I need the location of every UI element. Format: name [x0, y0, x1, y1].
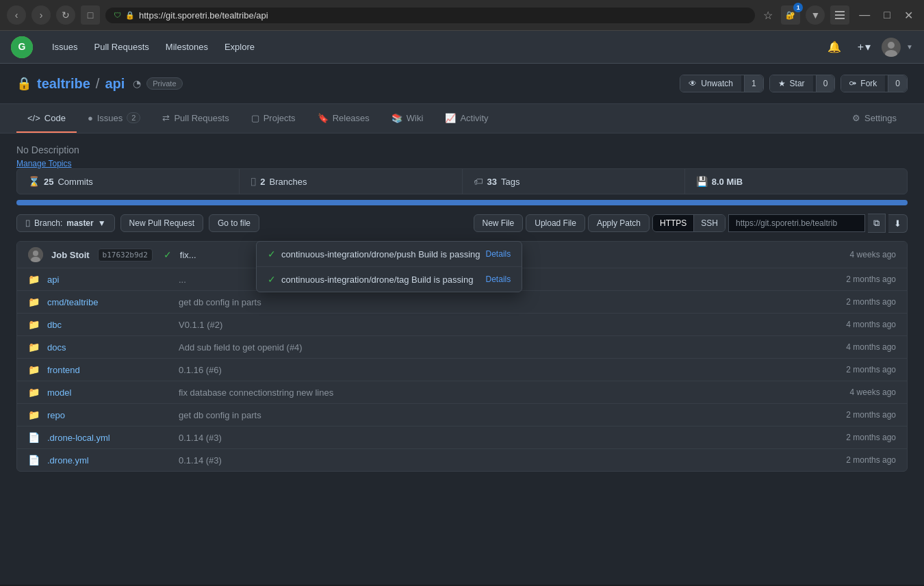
user-avatar[interactable]: [882, 38, 901, 57]
ci-dropdown: ✓ continuous-integration/drone/push Buil…: [256, 241, 522, 292]
maximize-button[interactable]: □: [880, 6, 895, 24]
file-commit-message: fix database connectionstring new lines: [179, 387, 842, 398]
commit-hash[interactable]: b17632b9d2: [98, 249, 153, 262]
apply-patch-button[interactable]: Apply Patch: [588, 214, 650, 232]
ci-status-icon[interactable]: ✓: [164, 249, 172, 260]
svg-text:G: G: [18, 41, 26, 52]
file-name-link[interactable]: docs: [47, 342, 170, 353]
rss-icon[interactable]: ◔: [133, 78, 141, 89]
ci-details-tag-link[interactable]: Details: [486, 275, 511, 284]
star-button[interactable]: ★ Star: [770, 75, 813, 92]
nav-pull-requests[interactable]: Pull Requests: [86, 31, 157, 64]
size-icon: 💾: [696, 176, 708, 187]
stat-commits[interactable]: ⌛ 25 Commits: [17, 169, 240, 194]
bookmark-button[interactable]: ☆: [760, 6, 775, 25]
address-input[interactable]: [139, 10, 747, 21]
activity-icon: 📈: [445, 113, 456, 123]
file-time: 2 months ago: [846, 365, 896, 374]
logo-image: G: [11, 36, 33, 58]
file-commit-message: Add sub field to get openid (#4): [179, 342, 838, 353]
repo-actions: 👁 Unwatch 1 ★ Star 0 ⚩ Fork 0: [680, 75, 908, 92]
file-name-link[interactable]: api: [47, 275, 170, 285]
repo-lock-icon: 🔒: [16, 76, 31, 91]
notifications-button[interactable]: 🔔: [822, 38, 847, 56]
tab-settings[interactable]: ⚙ Settings: [841, 105, 908, 133]
repo-name-link[interactable]: api: [105, 76, 125, 92]
new-pull-request-button[interactable]: New Pull Request: [120, 214, 203, 232]
extension-button[interactable]: 🔐 1: [781, 5, 800, 25]
browser-menu-button[interactable]: [830, 5, 849, 25]
svg-point-6: [33, 251, 38, 256]
file-name-link[interactable]: .drone.yml: [47, 455, 170, 466]
ci-details-push-link[interactable]: Details: [486, 249, 511, 259]
clone-copy-button[interactable]: ⧉: [868, 214, 886, 233]
file-row: 📁repoget db config in parts2 months ago: [17, 404, 907, 426]
committer-avatar: [28, 247, 43, 262]
clone-url-input[interactable]: [728, 214, 865, 232]
file-commit-message: get db config in parts: [179, 410, 838, 420]
file-name-link[interactable]: model: [47, 387, 170, 398]
folder-icon: 📁: [28, 319, 39, 330]
tab-wiki[interactable]: 📚 Wiki: [381, 105, 435, 133]
tab-releases[interactable]: 🔖 Releases: [307, 105, 381, 133]
new-tab-button[interactable]: □: [81, 5, 100, 25]
ci-check-push-icon: ✓: [268, 249, 276, 259]
tab-code[interactable]: </> Code: [16, 105, 77, 133]
ci-item-tag: ✓ continuous-integration/drone/tag Build…: [257, 267, 522, 292]
nav-issues[interactable]: Issues: [44, 31, 86, 64]
tab-code-label: Code: [44, 113, 66, 123]
url-type-group: HTTPS SSH: [652, 214, 726, 232]
reload-button[interactable]: ↻: [56, 5, 75, 25]
stat-branches[interactable]: ⌷ 2 Branches: [240, 169, 462, 194]
tab-issues[interactable]: ● Issues 2: [77, 104, 152, 133]
file-name-link[interactable]: repo: [47, 410, 170, 420]
fork-count: 0: [888, 75, 907, 92]
tab-activity[interactable]: 📈 Activity: [434, 105, 499, 133]
unwatch-button[interactable]: 👁 Unwatch: [680, 75, 741, 92]
extensions-button[interactable]: ▼: [806, 5, 825, 25]
logo[interactable]: G: [11, 36, 33, 58]
file-name-link[interactable]: cmd/tealtribe: [47, 297, 170, 307]
stat-size[interactable]: 💾 8.0 MiB: [685, 169, 907, 194]
manage-topics-link[interactable]: Manage Topics: [16, 159, 72, 168]
commit-time: 4 weeks ago: [850, 250, 896, 259]
fork-label: Fork: [860, 79, 877, 88]
stat-tags[interactable]: 🏷 33 Tags: [463, 169, 685, 194]
nav-explore[interactable]: Explore: [216, 31, 263, 64]
close-button[interactable]: ✕: [900, 6, 917, 25]
branch-select-button[interactable]: ⌷ Branch: master ▼: [16, 214, 115, 232]
commits-label: Commits: [57, 177, 92, 187]
nav-milestones[interactable]: Milestones: [157, 31, 216, 64]
new-file-button[interactable]: New File: [474, 214, 524, 232]
tab-pull-requests[interactable]: ⇄ Pull Requests: [151, 105, 240, 133]
https-button[interactable]: HTTPS: [653, 215, 694, 231]
upload-file-button[interactable]: Upload File: [526, 214, 585, 232]
file-icon: 📄: [28, 455, 39, 466]
language-bar-fill: [16, 200, 908, 205]
fork-button[interactable]: ⚩ Fork: [841, 75, 885, 92]
go-to-file-button[interactable]: Go to file: [209, 214, 259, 232]
svg-point-3: [888, 42, 895, 49]
committer-name[interactable]: Job Stoit: [51, 250, 90, 260]
ssh-button[interactable]: SSH: [694, 215, 725, 231]
file-name-link[interactable]: .drone-local.yml: [47, 433, 170, 443]
file-name-link[interactable]: frontend: [47, 365, 170, 375]
repo-owner-link[interactable]: tealtribe: [37, 76, 90, 92]
pr-icon: ⇄: [162, 113, 170, 123]
tab-projects[interactable]: ▢ Projects: [240, 105, 307, 133]
unwatch-count: 1: [744, 75, 763, 92]
branch-name: master: [66, 218, 93, 228]
back-button[interactable]: ‹: [7, 5, 26, 25]
add-button[interactable]: + ▾: [852, 38, 876, 56]
forward-button[interactable]: ›: [31, 5, 51, 25]
star-group: ★ Star 0: [769, 75, 836, 92]
commits-icon: ⌛: [28, 176, 40, 187]
code-icon: </>: [27, 113, 40, 123]
tab-wiki-label: Wiki: [407, 113, 424, 123]
top-nav: G Issues Pull Requests Milestones Explor…: [0, 31, 924, 64]
clone-download-button[interactable]: ⬇: [888, 214, 908, 233]
ci-item-push: ✓ continuous-integration/drone/push Buil…: [257, 242, 522, 267]
file-name-link[interactable]: dbc: [47, 320, 170, 330]
minimize-button[interactable]: —: [855, 6, 874, 24]
file-row: 📁cmd/tealtribeget db config in parts2 mo…: [17, 291, 907, 314]
